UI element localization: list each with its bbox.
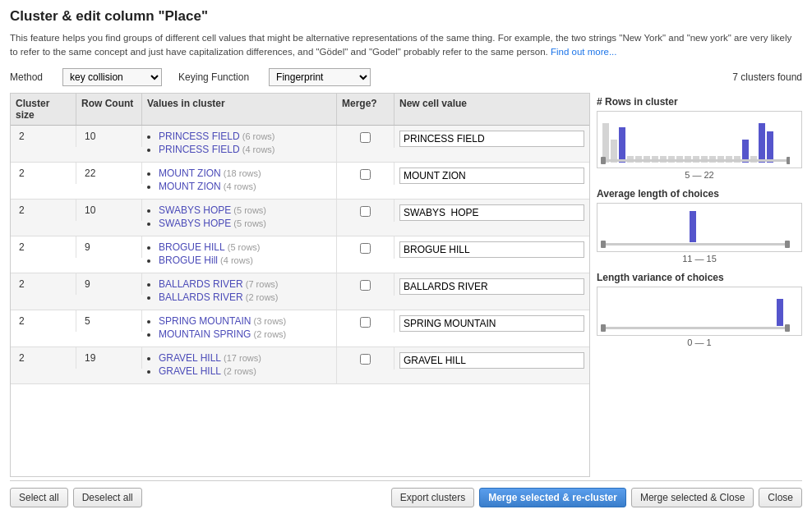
value-link[interactable]: SWABYS HOPE: [159, 218, 231, 229]
value-link[interactable]: BROGUE HILL: [159, 241, 225, 253]
row-count-label: (6 rows): [240, 131, 275, 141]
value-link[interactable]: MOUNT ZION: [159, 181, 221, 192]
col-cluster-size: Cluster size: [11, 94, 76, 125]
new-value-input[interactable]: [399, 278, 584, 295]
select-all-button[interactable]: Select all: [10, 488, 68, 507]
new-value-cell: [394, 163, 589, 189]
list-item: BROGUE Hill (4 rows): [159, 255, 331, 266]
rows-chart-range: 5 — 22: [597, 170, 802, 180]
keying-select[interactable]: Fingerprint Ngram-fingerprint Phonetic C…: [269, 68, 371, 86]
value-link[interactable]: MOUNT ZION: [159, 168, 221, 179]
deselect-all-button[interactable]: Deselect all: [73, 488, 142, 507]
svg-rect-19: [759, 123, 765, 163]
table-row: 210SWABYS HOPE (5 rows)SWABYS HOPE (5 ro…: [11, 200, 589, 236]
value-link[interactable]: SPRING MOUNTAIN: [159, 315, 251, 327]
row-count-label: (5 rows): [231, 218, 266, 228]
sidebar: # Rows in cluster: [597, 93, 802, 478]
values-cell: BROGUE HILL (5 rows)BROGUE Hill (4 rows): [142, 236, 337, 273]
cluster-size-cell: 2: [11, 273, 76, 295]
value-link[interactable]: GRAVEL HILL: [159, 365, 221, 377]
value-link[interactable]: PRINCESS FIELD: [159, 131, 240, 142]
merge-cell: [337, 126, 394, 148]
merge-checkbox[interactable]: [360, 206, 371, 217]
row-count-cell: 9: [76, 236, 142, 258]
new-value-cell: [394, 347, 589, 374]
table-body: 210PRINCESS FIELD (6 rows)PRINCESS FIELD…: [11, 126, 589, 477]
list-item: BALLARDS RIVER (2 rows): [159, 291, 331, 303]
row-count-cell: 10: [76, 126, 142, 147]
cluster-size-cell: 2: [11, 126, 76, 147]
rows-chart-svg: [601, 115, 790, 164]
keying-label: Keying Function: [178, 71, 249, 83]
merge-checkbox[interactable]: [360, 243, 371, 254]
row-count-label: (17 rows): [221, 353, 261, 363]
new-value-cell: [394, 310, 589, 337]
svg-rect-30: [785, 324, 790, 332]
merge-recluster-button[interactable]: Merge selected & re-cluster: [479, 488, 626, 507]
list-item: MOUNTAIN SPRING (2 rows): [159, 328, 331, 340]
row-count-cell: 9: [76, 273, 142, 295]
merge-close-button[interactable]: Merge selected & Close: [631, 488, 754, 507]
cluster-size-cell: 2: [11, 236, 76, 258]
svg-rect-1: [611, 140, 617, 163]
footer-right: Export clusters Merge selected & re-clus…: [391, 488, 802, 507]
row-count-label: (5 rows): [225, 242, 261, 252]
description-text: This feature helps you find groups of di…: [10, 31, 802, 60]
footer: Select all Deselect all Export clusters …: [10, 480, 802, 514]
find-out-more-link[interactable]: Find out more...: [551, 47, 617, 57]
table-row: 25SPRING MOUNTAIN (3 rows)MOUNTAIN SPRIN…: [11, 310, 589, 347]
list-item: GRAVEL HILL (2 rows): [159, 365, 331, 377]
method-select[interactable]: key collision nearest neighbor: [62, 68, 162, 86]
svg-rect-21: [601, 159, 790, 162]
merge-checkbox[interactable]: [360, 317, 371, 328]
svg-rect-0: [602, 123, 609, 163]
merge-checkbox[interactable]: [360, 354, 371, 365]
col-merge: Merge?: [337, 94, 394, 125]
row-count-label: (4 rows): [218, 255, 253, 265]
list-item: MOUNT ZION (18 rows): [159, 168, 331, 179]
svg-rect-28: [601, 327, 790, 329]
merge-checkbox[interactable]: [360, 132, 371, 143]
value-link[interactable]: MOUNTAIN SPRING: [159, 328, 251, 340]
list-item: PRINCESS FIELD (6 rows): [159, 131, 331, 142]
values-cell: SPRING MOUNTAIN (3 rows)MOUNTAIN SPRING …: [142, 310, 337, 346]
value-link[interactable]: PRINCESS FIELD: [159, 144, 240, 155]
value-link[interactable]: BROGUE Hill: [159, 255, 218, 266]
svg-rect-22: [601, 157, 606, 164]
method-row: Method key collision nearest neighbor Ke…: [10, 68, 802, 86]
cluster-table: Cluster size Row Count Values in cluster…: [10, 93, 590, 478]
svg-rect-20: [767, 131, 773, 163]
col-row-count: Row Count: [76, 94, 142, 125]
merge-checkbox[interactable]: [360, 280, 371, 291]
new-value-input[interactable]: [399, 352, 584, 369]
values-cell: SWABYS HOPE (5 rows)SWABYS HOPE (5 rows): [142, 200, 337, 236]
row-count-cell: 19: [76, 347, 142, 369]
merge-cell: [337, 200, 394, 222]
values-cell: PRINCESS FIELD (6 rows)PRINCESS FIELD (4…: [142, 126, 337, 162]
close-button[interactable]: Close: [759, 488, 802, 507]
table-row: 29BROGUE HILL (5 rows)BROGUE Hill (4 row…: [11, 236, 589, 273]
cluster-size-cell: 2: [11, 163, 76, 184]
row-count-label: (2 rows): [221, 366, 256, 376]
new-value-input[interactable]: [399, 204, 584, 221]
merge-checkbox[interactable]: [360, 169, 371, 180]
method-label: Method: [10, 71, 43, 83]
merge-cell: [337, 273, 394, 296]
cluster-size-cell: 2: [11, 347, 76, 369]
value-link[interactable]: SWABYS HOPE: [159, 204, 231, 216]
col-new-value: New cell value: [394, 94, 589, 125]
svg-rect-31: [777, 299, 783, 326]
merge-cell: [337, 163, 394, 185]
row-count-label: (4 rows): [240, 145, 275, 154]
new-value-input[interactable]: [399, 241, 584, 258]
table-row: 219GRAVEL HILL (17 rows)GRAVEL HILL (2 r…: [11, 347, 589, 384]
new-value-input[interactable]: [399, 131, 584, 147]
value-link[interactable]: BALLARDS RIVER: [159, 278, 243, 290]
export-clusters-button[interactable]: Export clusters: [391, 488, 474, 507]
value-link[interactable]: GRAVEL HILL: [159, 352, 221, 364]
new-value-cell: [394, 126, 589, 152]
value-link[interactable]: BALLARDS RIVER: [159, 291, 243, 303]
svg-rect-26: [785, 241, 790, 248]
new-value-input[interactable]: [399, 315, 584, 332]
new-value-input[interactable]: [399, 168, 584, 184]
